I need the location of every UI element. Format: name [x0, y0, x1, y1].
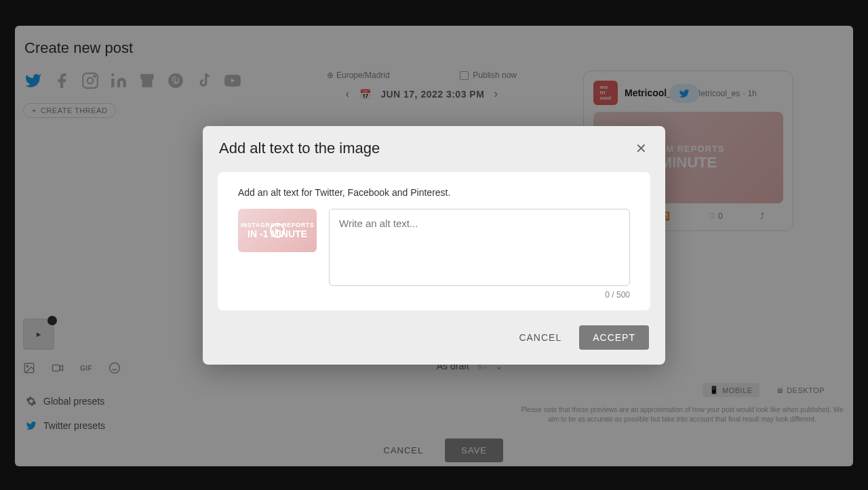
alt-text-modal: Add alt text to the image ✕ Add an alt t…: [203, 126, 665, 365]
modal-title: Add alt text to the image: [219, 140, 380, 157]
modal-cancel-button[interactable]: CANCEL: [513, 325, 567, 350]
char-counter: 0 / 500: [238, 290, 630, 300]
close-icon[interactable]: ✕: [633, 140, 649, 157]
modal-overlay: Add alt text to the image ✕ Add an alt t…: [0, 0, 868, 490]
play-icon: [270, 223, 285, 238]
modal-description: Add an alt text for Twitter, Facebook an…: [238, 187, 630, 198]
modal-accept-button[interactable]: ACCEPT: [579, 325, 649, 350]
alt-text-thumbnail: INSTAGRAM REPORTS IN -1 MINUTE: [238, 209, 317, 252]
alt-text-input[interactable]: [329, 209, 630, 286]
